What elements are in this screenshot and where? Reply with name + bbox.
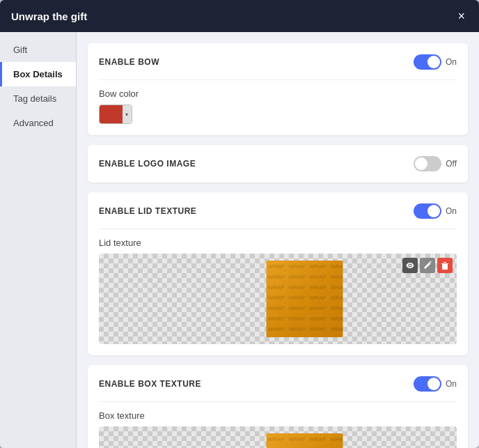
sidebar-item-advanced[interactable]: Advanced — [0, 111, 76, 135]
svg-rect-3 — [267, 433, 343, 448]
sidebar-item-gift[interactable]: Gift — [0, 38, 76, 62]
enable-bow-toggle[interactable] — [414, 54, 441, 70]
lid-texture-label: Lid texture — [99, 238, 457, 248]
modal-title: Unwrap the gift — [11, 10, 87, 22]
lid-texture-image: WRAP — [267, 261, 343, 337]
enable-bow-toggle-wrapper: On — [414, 54, 457, 70]
enable-box-toggle-wrapper: On — [414, 376, 457, 392]
lid-texture-view-button[interactable] — [402, 258, 418, 273]
lid-texture-actions — [402, 258, 453, 273]
trash-icon — [441, 261, 449, 270]
box-texture-pattern: WRAP — [267, 433, 343, 448]
box-texture-preview: WRAP — [99, 426, 457, 448]
enable-lid-toggle-wrapper: On — [414, 203, 457, 219]
lid-texture-pattern: WRAP — [267, 261, 343, 337]
toggle-thumb — [427, 56, 440, 68]
toggle-thumb-logo — [415, 157, 427, 170]
toggle-thumb-lid — [427, 205, 440, 217]
enable-logo-toggle-label: Off — [446, 159, 457, 169]
sidebar: Gift Box Details Tag details Advanced — [0, 32, 77, 448]
enable-logo-section: ENABLE LOGO IMAGE Off — [88, 145, 468, 183]
bow-color-label: Bow color — [99, 88, 457, 99]
svg-rect-1 — [267, 261, 343, 337]
enable-logo-toggle-wrapper: Off — [414, 156, 457, 171]
enable-lid-toggle[interactable] — [414, 203, 441, 219]
modal-header: Unwrap the gift × — [0, 0, 479, 32]
main-content: ENABLE BOW On Bow color ▾ — [77, 32, 479, 448]
sidebar-item-tag-details[interactable]: Tag details — [0, 86, 76, 111]
lid-texture-preview: WRAP — [99, 254, 457, 344]
enable-logo-header: ENABLE LOGO IMAGE Off — [99, 156, 457, 171]
enable-box-section: ENABLE BOX TEXTURE On Box texture — [88, 365, 468, 448]
lid-texture-container: Lid texture WRAP — [99, 229, 457, 344]
enable-logo-toggle[interactable] — [414, 156, 441, 171]
enable-box-toggle[interactable] — [414, 376, 441, 392]
enable-box-header: ENABLE BOX TEXTURE On — [99, 376, 457, 392]
lid-texture-delete-button[interactable] — [437, 258, 453, 273]
eye-icon — [406, 261, 414, 270]
enable-bow-section: ENABLE BOW On Bow color ▾ — [88, 43, 468, 135]
enable-lid-section: ENABLE LID TEXTURE On Lid texture — [88, 192, 468, 355]
enable-lid-title: ENABLE LID TEXTURE — [99, 206, 196, 216]
enable-lid-toggle-label: On — [446, 206, 457, 216]
modal: Unwrap the gift × Gift Box Details Tag d… — [0, 0, 479, 448]
toggle-thumb-box — [427, 378, 440, 390]
enable-box-toggle-label: On — [446, 379, 457, 389]
box-texture-label: Box texture — [99, 410, 457, 421]
edit-icon — [423, 261, 432, 270]
sidebar-item-box-details[interactable]: Box Details — [0, 62, 76, 86]
color-dropdown-arrow: ▾ — [123, 105, 132, 124]
modal-body: Gift Box Details Tag details Advanced EN… — [0, 32, 479, 448]
enable-lid-header: ENABLE LID TEXTURE On — [99, 203, 457, 219]
lid-texture-edit-button[interactable] — [420, 258, 435, 273]
enable-box-title: ENABLE BOX TEXTURE — [99, 379, 201, 389]
enable-bow-toggle-label: On — [446, 57, 457, 67]
box-texture-container: Box texture WRAP — [99, 401, 457, 448]
color-swatch — [100, 105, 123, 124]
enable-bow-title: ENABLE BOW — [99, 57, 159, 67]
close-button[interactable]: × — [455, 7, 468, 25]
box-texture-image: WRAP — [267, 433, 343, 448]
enable-logo-title: ENABLE LOGO IMAGE — [99, 159, 196, 169]
enable-bow-header: ENABLE BOW On — [99, 54, 457, 70]
bow-color-container: Bow color ▾ — [99, 79, 457, 124]
bow-color-picker[interactable]: ▾ — [99, 105, 132, 124]
